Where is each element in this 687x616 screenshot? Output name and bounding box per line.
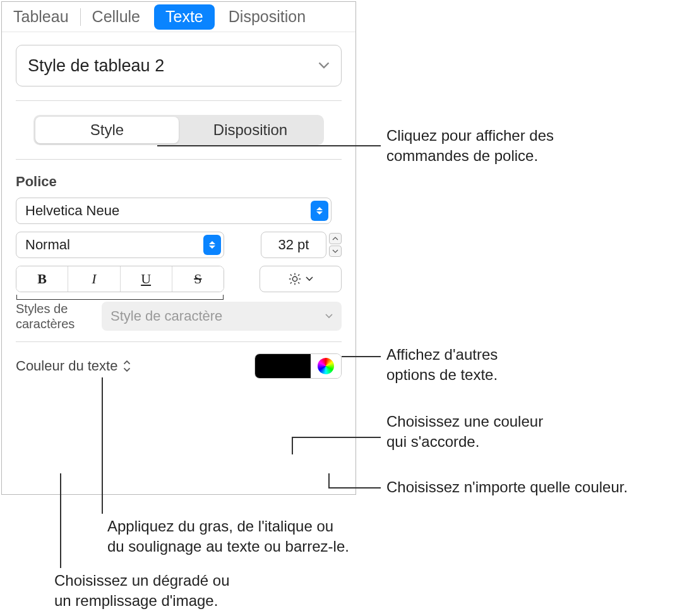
callout-gradient: Choisissez un dégradé ou un remplissage …: [54, 571, 230, 612]
callout-any-color: Choisissez n'importe quelle couleur.: [386, 477, 628, 497]
bius-group: B I U S: [16, 266, 224, 292]
font-size-stepper: 32 pt: [261, 232, 342, 258]
bold-button[interactable]: B: [16, 266, 68, 292]
tab-cellule[interactable]: Cellule: [81, 2, 152, 32]
sub-tab-segmented: Style Disposition: [33, 115, 324, 145]
size-step-up[interactable]: [329, 233, 342, 244]
sub-tab-disposition[interactable]: Disposition: [179, 117, 322, 143]
font-weight-popup[interactable]: Normal: [16, 232, 224, 258]
callout-line: [342, 356, 381, 357]
color-wheel-button[interactable]: [311, 354, 341, 378]
paragraph-style-popup[interactable]: Style de tableau 2: [16, 45, 342, 86]
tab-texte[interactable]: Texte: [154, 4, 215, 30]
font-family-value: Helvetica Neue: [25, 203, 119, 219]
format-inspector-panel: Tableau Cellule Texte Disposition Style …: [1, 1, 356, 495]
font-family-popup[interactable]: Helvetica Neue: [16, 198, 332, 224]
callout-line: [328, 487, 381, 489]
bracket: [16, 295, 224, 300]
gear-icon: [288, 272, 302, 286]
character-style-placeholder: Style de caractère: [111, 308, 222, 324]
font-section-label: Police: [16, 174, 342, 190]
callout-line: [157, 145, 381, 146]
italic-button[interactable]: I: [68, 266, 120, 292]
underline-button[interactable]: U: [121, 266, 172, 292]
color-well-swatch[interactable]: [255, 354, 311, 378]
size-step-down[interactable]: [329, 246, 342, 257]
callout-line: [292, 449, 293, 454]
divider: [16, 100, 342, 101]
callout-font-controls: Cliquez pour afficher des commandes de p…: [386, 126, 554, 167]
callout-line: [292, 437, 381, 438]
text-color-popup[interactable]: Couleur du texte: [16, 358, 131, 374]
font-size-input[interactable]: 32 pt: [261, 232, 326, 258]
divider: [16, 341, 342, 342]
character-styles-label: Styles de caractères: [16, 301, 92, 331]
popup-updown-icon: [122, 360, 131, 372]
advanced-options-button[interactable]: [260, 266, 342, 292]
tab-disposition[interactable]: Disposition: [217, 2, 317, 32]
callout-line: [102, 377, 103, 514]
strikethrough-button[interactable]: S: [172, 266, 224, 292]
callout-more-options: Affichez d'autres options de texte.: [386, 345, 498, 386]
color-wells: [254, 353, 342, 379]
top-tabs: Tableau Cellule Texte Disposition: [2, 2, 355, 32]
callout-bius: Appliquez du gras, de l'italique ou du s…: [107, 516, 349, 557]
divider: [16, 159, 342, 160]
tab-tableau[interactable]: Tableau: [2, 2, 80, 32]
chevron-down-icon: [318, 60, 330, 71]
color-wheel-icon: [318, 358, 334, 374]
text-color-label: Couleur du texte: [16, 358, 117, 374]
chevron-down-icon: [306, 276, 313, 281]
callout-line: [60, 473, 61, 568]
paragraph-style-label: Style de tableau 2: [28, 56, 164, 76]
popup-updown-icon: [203, 235, 221, 255]
font-weight-value: Normal: [25, 237, 70, 253]
callout-matching-color: Choisissez une couleur qui s'accorde.: [386, 412, 543, 453]
sub-tab-style[interactable]: Style: [35, 117, 179, 143]
chevron-down-icon: [325, 314, 333, 319]
character-style-popup[interactable]: Style de caractère: [102, 302, 342, 331]
callout-line: [328, 473, 330, 488]
popup-updown-icon: [311, 201, 328, 221]
